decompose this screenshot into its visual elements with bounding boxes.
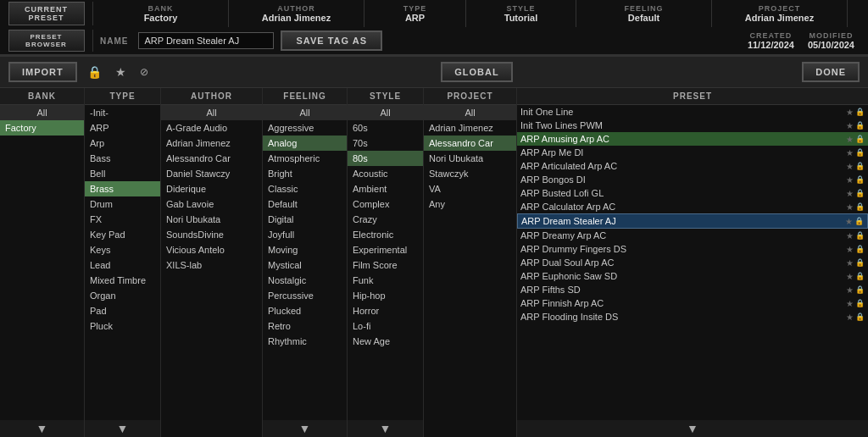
type-list-item[interactable]: Mixed Timbre: [85, 273, 160, 288]
type-list-item[interactable]: Bell: [85, 166, 160, 181]
feeling-list-item[interactable]: Bright: [263, 166, 347, 181]
style-list-item[interactable]: Horror: [348, 303, 423, 318]
bank-scroll-down[interactable]: ▼: [0, 420, 84, 437]
star-icon[interactable]: ★: [112, 64, 130, 80]
import-button[interactable]: IMPORT: [8, 62, 77, 82]
preset-list-item[interactable]: ARP Articulated Arp AC★🔒: [517, 159, 868, 173]
type-list-item[interactable]: FX: [85, 212, 160, 227]
feeling-scroll-down[interactable]: ▼: [263, 420, 347, 437]
lock-icon[interactable]: 🔒: [84, 64, 105, 80]
done-button[interactable]: DONE: [802, 62, 860, 82]
preset-list-item[interactable]: ARP Dreamy Arp AC★🔒: [517, 229, 868, 242]
preset-star-icon[interactable]: ★: [846, 189, 854, 198]
feeling-list-item[interactable]: Rhythmic: [263, 334, 347, 349]
current-preset-button[interactable]: CURRENT PRESET: [8, 2, 85, 25]
preset-lock-icon[interactable]: 🔒: [855, 108, 865, 116]
author-list-item[interactable]: Vicious Antelo: [161, 242, 262, 257]
feeling-list-item[interactable]: All: [263, 105, 347, 120]
author-list-item[interactable]: XILS-lab: [161, 257, 262, 273]
type-list-item[interactable]: Bass: [85, 151, 160, 166]
preset-star-icon[interactable]: ★: [846, 285, 854, 295]
feeling-list-item[interactable]: Atmospheric: [263, 151, 347, 166]
author-list-item[interactable]: Alessandro Car: [161, 151, 262, 166]
style-list[interactable]: All60s70s80sAcousticAmbientComplexCrazyE…: [348, 105, 423, 420]
project-list-item[interactable]: Alessandro Car: [424, 136, 516, 151]
preset-lock-icon[interactable]: 🔒: [855, 245, 865, 253]
style-list-item[interactable]: 60s: [348, 120, 423, 136]
feeling-list-item[interactable]: Nostalgic: [263, 273, 347, 288]
preset-lock-icon[interactable]: 🔒: [855, 189, 865, 197]
preset-lock-icon[interactable]: 🔒: [855, 285, 865, 294]
type-list-item[interactable]: Pluck: [85, 318, 160, 334]
preset-list-item[interactable]: ARP Busted Lofi GL★🔒: [517, 186, 868, 200]
feeling-list-item[interactable]: Analog: [263, 136, 347, 151]
preset-list-item[interactable]: Init One Line★🔒: [517, 105, 868, 119]
preset-lock-icon[interactable]: 🔒: [855, 202, 865, 211]
preset-list-item[interactable]: ARP Arp Me DI★🔒: [517, 146, 868, 159]
project-list-item[interactable]: Nori Ubukata: [424, 151, 516, 166]
project-list[interactable]: AllAdrian JimenezAlessandro CarNori Ubuk…: [424, 105, 516, 437]
preset-list-item[interactable]: Init Two Lines PWM★🔒: [517, 119, 868, 132]
feeling-list-item[interactable]: Retro: [263, 318, 347, 334]
preset-star-icon[interactable]: ★: [846, 231, 854, 241]
style-list-item[interactable]: Lo-fi: [348, 318, 423, 334]
project-list-item[interactable]: Adrian Jimenez: [424, 120, 516, 136]
feeling-list-item[interactable]: Moving: [263, 242, 347, 257]
author-list-item[interactable]: Diderique: [161, 181, 262, 196]
style-list-item[interactable]: Complex: [348, 196, 423, 212]
preset-list-item[interactable]: ARP Fifths SD★🔒: [517, 283, 868, 296]
feeling-list-item[interactable]: Default: [263, 196, 347, 212]
style-list-item[interactable]: Hip-hop: [348, 288, 423, 303]
style-list-item[interactable]: 80s: [348, 151, 423, 166]
global-button[interactable]: GLOBAL: [441, 62, 512, 82]
preset-star-icon[interactable]: ★: [846, 202, 854, 212]
feeling-list-item[interactable]: Mystical: [263, 257, 347, 273]
style-list-item[interactable]: Electronic: [348, 227, 423, 242]
preset-star-icon[interactable]: ★: [846, 272, 854, 281]
preset-list-item[interactable]: ARP Bongos DI★🔒: [517, 173, 868, 186]
preset-lock-icon[interactable]: 🔒: [855, 148, 865, 157]
type-list-item[interactable]: Lead: [85, 257, 160, 273]
preset-lock-icon[interactable]: 🔒: [855, 299, 865, 307]
style-list-item[interactable]: All: [348, 105, 423, 120]
author-list[interactable]: AllA-Grade AudioAdrian JimenezAlessandro…: [161, 105, 262, 437]
author-list-item[interactable]: Gab Lavoie: [161, 196, 262, 212]
feeling-list-item[interactable]: Plucked: [263, 303, 347, 318]
preset-star-icon[interactable]: ★: [846, 135, 854, 144]
project-list-item[interactable]: Any: [424, 196, 516, 212]
bank-list-item[interactable]: All: [0, 105, 84, 120]
project-list-item[interactable]: All: [424, 105, 516, 120]
preset-lock-icon[interactable]: 🔒: [855, 272, 865, 280]
feeling-list[interactable]: AllAggressiveAnalogAtmosphericBrightClas…: [263, 105, 347, 420]
preset-list-item[interactable]: ARP Dream Stealer AJ★🔒: [517, 213, 868, 229]
type-list-item[interactable]: -Init-: [85, 105, 160, 120]
style-list-item[interactable]: Film Score: [348, 257, 423, 273]
author-list-item[interactable]: Daniel Stawczy: [161, 166, 262, 181]
preset-lock-icon[interactable]: 🔒: [855, 121, 865, 130]
save-tag-button[interactable]: SAVE TAG AS: [281, 30, 382, 51]
name-input[interactable]: [138, 32, 274, 49]
feeling-list-item[interactable]: Percussive: [263, 288, 347, 303]
preset-star-icon[interactable]: ★: [846, 313, 854, 322]
feeling-list-item[interactable]: Classic: [263, 181, 347, 196]
preset-star-icon[interactable]: ★: [846, 175, 854, 185]
style-list-item[interactable]: Acoustic: [348, 166, 423, 181]
preset-star-icon[interactable]: ★: [846, 148, 854, 158]
type-list-item[interactable]: Organ: [85, 288, 160, 303]
preset-lock-icon[interactable]: 🔒: [855, 313, 865, 321]
type-list-item[interactable]: Brass: [85, 181, 160, 196]
ban-icon[interactable]: ⊘: [136, 64, 152, 80]
project-list-item[interactable]: VA: [424, 181, 516, 196]
preset-lock-icon[interactable]: 🔒: [855, 135, 865, 143]
preset-list[interactable]: Init One Line★🔒Init Two Lines PWM★🔒ARP A…: [517, 105, 868, 420]
preset-scroll-down[interactable]: ▼: [517, 420, 868, 437]
style-scroll-down[interactable]: ▼: [348, 420, 423, 437]
preset-star-icon[interactable]: ★: [846, 108, 854, 117]
type-list-item[interactable]: Pad: [85, 303, 160, 318]
type-list-item[interactable]: Arp: [85, 136, 160, 151]
type-list-item[interactable]: ARP: [85, 120, 160, 136]
preset-star-icon[interactable]: ★: [846, 162, 854, 171]
preset-lock-icon[interactable]: 🔒: [855, 258, 865, 267]
style-list-item[interactable]: Funk: [348, 273, 423, 288]
author-list-item[interactable]: Adrian Jimenez: [161, 136, 262, 151]
